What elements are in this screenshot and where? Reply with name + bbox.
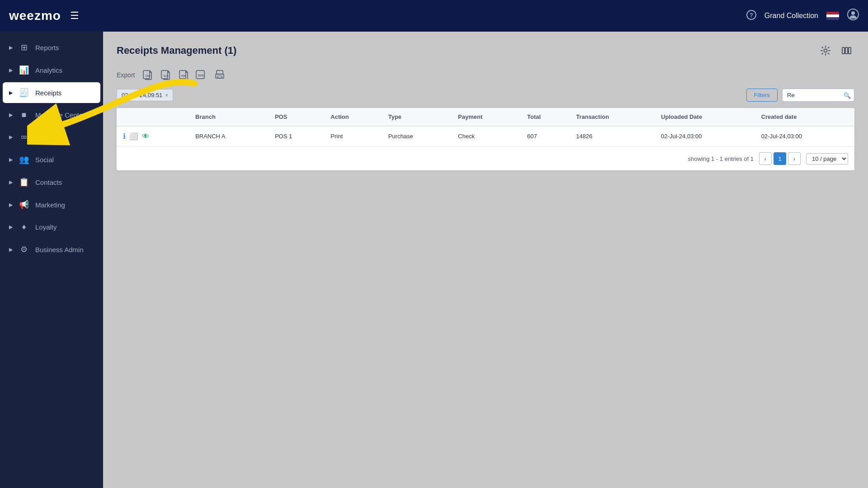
sidebar-item-label: Contacts xyxy=(35,178,94,186)
col-total: Total xyxy=(521,108,570,126)
page-header: Receipts Management (1) xyxy=(117,42,854,59)
arrow-icon: ▶ xyxy=(9,202,13,208)
arrow-icon: ▶ xyxy=(9,134,13,140)
view-icon[interactable]: 👁 xyxy=(142,132,149,141)
export-xls-button[interactable]: XLS xyxy=(158,68,173,82)
search-icon: 🔍 xyxy=(844,92,851,99)
col-transaction: Transaction xyxy=(570,108,655,126)
sidebar-item-marketing[interactable]: ▶ 📢 Marketing xyxy=(0,193,103,216)
cell-transaction: 14826 xyxy=(570,126,655,146)
topbar-right: ? Grand Collection xyxy=(746,9,859,23)
arrow-icon: ▶ xyxy=(9,45,13,51)
sidebar-item-contacts[interactable]: ▶ 📋 Contacts xyxy=(0,171,103,193)
receipt-icon[interactable]: ⬜ xyxy=(129,132,138,141)
svg-rect-5 xyxy=(842,47,844,54)
sidebar-item-label: Loyalty xyxy=(35,223,94,231)
receipts-icon: 🧾 xyxy=(19,88,29,98)
sidebar-item-label: Business Admin xyxy=(35,246,94,253)
sidebar-item-ropo[interactable]: ▶ ∞ ROPO xyxy=(0,126,103,148)
sidebar-item-label: Analytics xyxy=(35,66,94,74)
arrow-icon: ▶ xyxy=(9,67,13,73)
filter-tag-close[interactable]: × xyxy=(165,92,168,99)
cell-pos: POS 1 xyxy=(269,126,324,146)
cell-action: Print xyxy=(324,126,382,146)
svg-rect-7 xyxy=(849,47,851,54)
arrow-icon: ▶ xyxy=(9,90,13,96)
filters-button[interactable]: Filters xyxy=(746,89,778,102)
sidebar-item-social[interactable]: ▶ 👥 Social xyxy=(0,148,103,171)
export-csv-button[interactable]: CSV xyxy=(140,68,155,82)
table-row: ℹ ⬜ 👁 BRANCH A POS 1 Print Purchase Chec… xyxy=(117,126,854,146)
columns-button[interactable] xyxy=(838,42,854,59)
message-center-icon: ■ xyxy=(19,110,29,120)
export-label: Export xyxy=(117,71,135,79)
pagination-info: showing 1 - 1 entries of 1 xyxy=(688,155,754,162)
sidebar-item-business-admin[interactable]: ▶ ⚙ Business Admin xyxy=(0,238,103,261)
business-admin-icon: ⚙ xyxy=(19,244,29,254)
col-action: Action xyxy=(324,108,382,126)
filter-bar: 02-Jul-24,09:51 × Filters 🔍 xyxy=(117,89,854,102)
svg-point-4 xyxy=(824,49,827,52)
sidebar-item-label: ROPO xyxy=(35,133,94,141)
sidebar-item-loyalty[interactable]: ▶ ♦ Loyalty xyxy=(0,216,103,238)
col-uploaded-date: Uploaded Date xyxy=(655,108,755,126)
export-toolbar: Export CSV XLS xyxy=(117,68,854,82)
marketing-icon: 📢 xyxy=(19,200,29,210)
export-pdf-button[interactable]: PDF xyxy=(176,68,191,82)
flag-icon xyxy=(826,12,839,20)
sidebar-item-receipts[interactable]: ▶ 🧾 Receipts xyxy=(3,82,100,103)
arrow-icon: ▶ xyxy=(9,224,13,230)
per-page-select[interactable]: 10 / page 25 / page 50 / page xyxy=(806,153,848,164)
hamburger-menu[interactable]: ☰ xyxy=(70,10,79,22)
contacts-icon: 📋 xyxy=(19,177,29,187)
cell-payment: Check xyxy=(452,126,521,146)
arrow-icon: ▶ xyxy=(9,157,13,163)
ropo-icon: ∞ xyxy=(19,132,29,142)
prev-page-button[interactable]: ‹ xyxy=(759,152,772,165)
col-branch: Branch xyxy=(189,108,269,126)
filter-tag-date: 02-Jul-24,09:51 × xyxy=(117,89,173,101)
svg-point-3 xyxy=(851,11,855,15)
svg-rect-6 xyxy=(845,47,848,54)
user-avatar[interactable] xyxy=(847,9,859,23)
export-print-button[interactable] xyxy=(212,68,227,82)
sidebar: ▶ ⊞ Reports ▶ 📊 Analytics ▶ 🧾 Receipts ▶… xyxy=(0,32,103,488)
receipts-table: Branch POS Action Type Payment Total Tra… xyxy=(117,108,854,170)
arrow-icon: ▶ xyxy=(9,247,13,253)
cell-uploaded-date: 02-Jul-24,03:00 xyxy=(655,126,755,146)
sidebar-item-reports[interactable]: ▶ ⊞ Reports xyxy=(0,36,103,59)
social-icon: 👥 xyxy=(19,155,29,164)
header-actions xyxy=(817,42,854,59)
svg-text:JSON: JSON xyxy=(198,74,204,77)
row-action-icons: ℹ ⬜ 👁 xyxy=(117,126,189,146)
sidebar-item-message-center[interactable]: ▶ ■ Message Center xyxy=(0,104,103,126)
sidebar-item-analytics[interactable]: ▶ 📊 Analytics xyxy=(0,59,103,81)
sidebar-item-label: Social xyxy=(35,156,94,164)
reports-icon: ⊞ xyxy=(19,42,29,52)
next-page-button[interactable]: › xyxy=(788,152,801,165)
svg-text:PDF: PDF xyxy=(181,75,186,77)
current-page-button[interactable]: 1 xyxy=(774,152,786,165)
sidebar-item-label: Message Center xyxy=(35,111,94,119)
filter-right: Filters 🔍 xyxy=(746,89,854,102)
arrow-icon: ▶ xyxy=(9,179,13,185)
arrow-icon: ▶ xyxy=(9,112,13,118)
sidebar-item-label: Reports xyxy=(35,44,94,52)
topbar-left: weezmo ☰ xyxy=(9,9,79,23)
filter-tags: 02-Jul-24,09:51 × xyxy=(117,89,173,101)
topbar: weezmo ☰ ? Grand Collection xyxy=(0,0,868,32)
analytics-icon: 📊 xyxy=(19,65,29,75)
page-nav: ‹ 1 › xyxy=(759,152,801,165)
svg-text:?: ? xyxy=(750,12,753,19)
col-type: Type xyxy=(382,108,452,126)
settings-button[interactable] xyxy=(817,42,834,59)
help-icon[interactable]: ? xyxy=(746,10,756,22)
cell-branch: BRANCH A xyxy=(189,126,269,146)
svg-text:CSV: CSV xyxy=(146,75,151,77)
cell-type: Purchase xyxy=(382,126,452,146)
cell-created-date: 02-Jul-24,03:00 xyxy=(755,126,854,146)
export-json-button[interactable]: JSON xyxy=(194,68,209,82)
col-payment: Payment xyxy=(452,108,521,126)
info-icon[interactable]: ℹ xyxy=(123,132,126,141)
loyalty-icon: ♦ xyxy=(19,222,29,232)
